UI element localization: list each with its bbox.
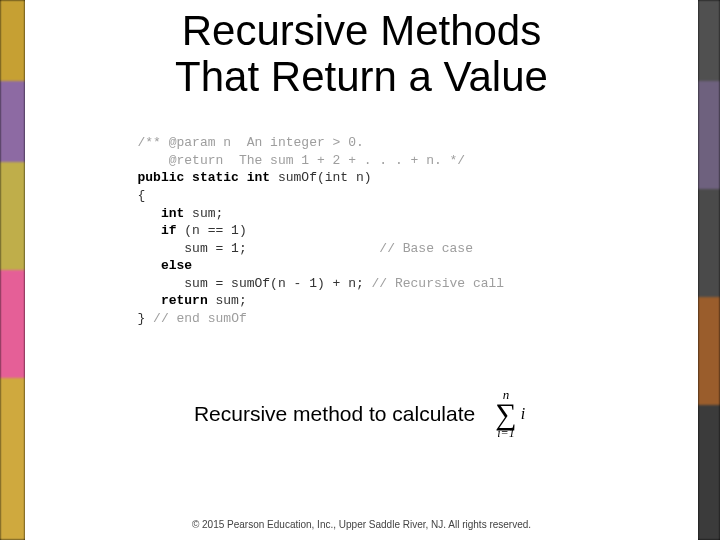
code-text: sum;: [208, 293, 247, 308]
formula-summand: i: [521, 406, 525, 422]
formula-lower-limit: i=1: [495, 427, 516, 439]
code-text: sumOf(int n): [270, 170, 371, 185]
sigma-stack: n ∑ i=1: [495, 388, 516, 439]
code-keyword: return: [138, 293, 208, 308]
summation-formula: n ∑ i=1 i: [491, 386, 529, 441]
code-text: (n == 1): [177, 223, 247, 238]
code-keyword: if: [138, 223, 177, 238]
code-text: sum = 1;: [138, 241, 247, 256]
code-comment: /** @param n An integer > 0.: [138, 135, 364, 150]
caption-row: Recursive method to calculate n ∑ i=1 i: [194, 386, 529, 441]
title-line-2: That Return a Value: [175, 53, 548, 100]
code-comment: // end sumOf: [145, 311, 246, 326]
code-snippet: /** @param n An integer > 0. @return The…: [132, 130, 592, 331]
code-text: sum;: [184, 206, 223, 221]
copyright-notice: © 2015 Pearson Education, Inc., Upper Sa…: [25, 519, 698, 530]
slide-title: Recursive Methods That Return a Value: [175, 8, 548, 100]
decorative-stripe-left: [0, 0, 25, 540]
code-comment: @return The sum 1 + 2 + . . . + n. */: [138, 153, 466, 168]
code-text: {: [138, 188, 146, 203]
code-comment: // Base case: [247, 241, 473, 256]
code-keyword: else: [138, 258, 193, 273]
decorative-stripe-right: [698, 0, 720, 540]
code-comment: // Recursive call: [364, 276, 504, 291]
title-line-1: Recursive Methods: [182, 7, 541, 54]
sigma-symbol: ∑: [495, 399, 516, 429]
slide-body: Recursive Methods That Return a Value /*…: [25, 0, 698, 540]
code-keyword: public static int: [138, 170, 271, 185]
code-keyword: int: [138, 206, 185, 221]
code-text: sum = sumOf(n - 1) + n;: [138, 276, 364, 291]
formula-row: n ∑ i=1 i: [495, 388, 525, 439]
caption-text: Recursive method to calculate: [194, 402, 475, 426]
